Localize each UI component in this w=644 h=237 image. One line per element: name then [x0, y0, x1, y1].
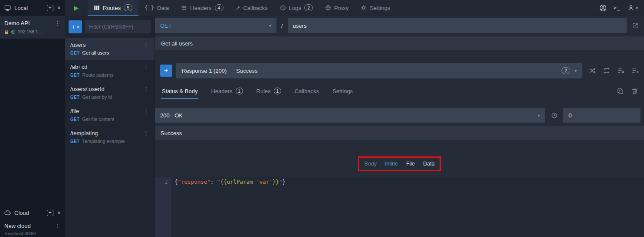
route-menu-icon[interactable]: ⋮	[142, 86, 150, 92]
environment-item-demo-api[interactable]: Demo API ⋮ 192.168.1....	[0, 16, 65, 39]
route-path: /file	[70, 108, 79, 114]
latency-input[interactable]	[563, 108, 641, 123]
collapse-cloud-section-icon[interactable]: ×	[57, 209, 61, 216]
disable-rules-icon[interactable]	[618, 67, 624, 74]
random-response-shuffle-icon[interactable]	[589, 67, 596, 74]
tab-proxy[interactable]: Proxy	[319, 0, 355, 16]
route-menu-icon[interactable]: ⋮	[142, 42, 150, 48]
status-code-select[interactable]: 200 - OK ▾	[155, 108, 545, 123]
route-description: Get user by id	[82, 94, 112, 100]
body-type-body-button[interactable]: Body	[365, 161, 377, 167]
cloud-environment-menu-icon[interactable]: ⋮	[53, 223, 62, 229]
tab-settings-label: Settings	[370, 5, 390, 11]
cloud-icon	[4, 210, 11, 215]
routes-toolbar: +▾	[65, 16, 154, 38]
route-description: Get all users	[82, 50, 109, 55]
line-number: 1	[155, 179, 168, 185]
status-row: 200 - OK ▾	[155, 108, 644, 123]
tab-response-callbacks[interactable]: Callbacks	[294, 83, 320, 99]
route-menu-icon[interactable]: ⋮	[142, 108, 150, 114]
user-avatar-icon[interactable]	[599, 4, 607, 12]
chevron-down-icon: ▾	[77, 25, 79, 29]
local-environments-header: Local + ×	[0, 0, 65, 16]
tab-status-body-label: Status & Body	[162, 88, 197, 94]
account-menu-button[interactable]: ▾	[628, 4, 638, 11]
rules-count-badge: 1	[274, 88, 281, 94]
response-row: + Response 1 (200) Success 2 ▾	[155, 63, 644, 78]
tab-routes[interactable]: Routes 5	[88, 0, 138, 16]
tab-status-body[interactable]: Status & Body	[161, 83, 198, 99]
routes-filter-input[interactable]	[85, 20, 151, 33]
body-type-file-button[interactable]: File	[406, 161, 415, 167]
tab-logs[interactable]: Logs 2	[274, 0, 319, 16]
response-label-input[interactable]	[155, 126, 644, 140]
terminal-icon[interactable]: >_	[614, 5, 621, 11]
route-description: Templating example	[82, 139, 125, 144]
response-label: Response 1 (200)	[182, 68, 227, 74]
add-route-button[interactable]: +▾	[69, 20, 82, 33]
monitor-icon	[4, 5, 11, 11]
add-cloud-environment-button[interactable]: +	[47, 210, 53, 216]
routes-panel: +▾ /users ⋮ GET Get all users /ab+cd ⋮	[65, 16, 155, 237]
code-token: :	[210, 179, 217, 185]
tab-settings[interactable]: Settings	[355, 0, 396, 16]
fallback-response-icon[interactable]	[632, 67, 639, 74]
environment-name: Demo API	[4, 20, 30, 26]
method-select[interactable]: GET ▾	[155, 18, 276, 33]
route-description-bar[interactable]: Get all users	[155, 36, 644, 50]
tab-data[interactable]: { } Data	[138, 0, 175, 16]
tab-callbacks-label: Callbacks	[243, 5, 267, 11]
body-code-editor[interactable]: 1 {"response": "{{urlParam 'var'}}"}	[155, 177, 644, 237]
editor-code-line[interactable]: {"response": "{{urlParam 'var'}}"}	[171, 177, 644, 237]
tab-headers[interactable]: Headers 4	[175, 0, 229, 16]
tab-logs-label: Logs	[289, 5, 301, 11]
open-route-in-browser-button[interactable]	[627, 18, 644, 33]
route-item-users-userid[interactable]: /users/:userId ⋮ GET Get user by id	[65, 82, 154, 104]
chevron-down-icon: ▾	[538, 113, 540, 118]
red-annotation-box: Body Inline File Data	[358, 156, 441, 171]
tab-callbacks[interactable]: ↗ Callbacks	[230, 0, 274, 16]
tab-rules[interactable]: Rules 1	[256, 83, 282, 99]
account-icon	[628, 4, 634, 11]
route-item-templating[interactable]: /templating ⋮ GET Templating example	[65, 126, 154, 148]
cloud-environment-item[interactable]: New cloud ⋮ localhost:3005/	[0, 220, 65, 237]
route-editor: GET ▾ / Get all users + Response 1 (200)…	[155, 16, 644, 237]
route-path-input[interactable]	[288, 18, 627, 33]
body-type-inline-button[interactable]: Inline	[385, 161, 398, 167]
route-item-users[interactable]: /users ⋮ GET Get all users	[65, 38, 154, 60]
route-menu-icon[interactable]: ⋮	[142, 64, 150, 70]
start-server-button[interactable]: ▶	[65, 0, 88, 16]
topbar: Local + × ▶ Routes 5 { } Data	[0, 0, 644, 16]
code-token: }}"	[273, 179, 283, 185]
delete-response-trash-icon[interactable]	[631, 88, 638, 94]
arrow-up-right-icon: ↗	[236, 5, 240, 11]
environment-menu-icon[interactable]: ⋮	[53, 20, 62, 26]
routes-count-badge: 5	[124, 4, 132, 11]
response-select[interactable]: Response 1 (200) Success 2 ▾	[176, 63, 582, 78]
topbar-right-actions: >_ ▾	[599, 0, 644, 16]
body-type-data-button[interactable]: Data	[423, 161, 434, 167]
environments-sidebar: Demo API ⋮ 192.168.1....	[0, 16, 65, 237]
route-description: Get file content	[82, 117, 114, 122]
editor-gutter: 1	[155, 177, 171, 237]
add-response-button[interactable]: +	[160, 65, 172, 77]
braces-icon: { }	[145, 5, 154, 11]
duplicate-response-icon[interactable]	[617, 88, 624, 94]
collapse-local-section-icon[interactable]: ×	[57, 4, 61, 11]
globe-icon	[325, 5, 331, 11]
code-token: }	[282, 179, 286, 185]
tab-response-headers[interactable]: Headers 1	[210, 83, 243, 99]
add-local-environment-button[interactable]: +	[47, 5, 53, 11]
cloud-label: Cloud	[14, 210, 29, 216]
response-sublabel: Success	[236, 68, 257, 74]
status-code-value: 200 - OK	[160, 112, 183, 119]
routes-grid-icon	[94, 5, 100, 11]
app-body: Demo API ⋮ 192.168.1....	[0, 16, 644, 237]
tab-response-settings[interactable]: Settings	[332, 83, 354, 99]
route-menu-icon[interactable]: ⋮	[142, 130, 150, 136]
sequential-response-repeat-icon[interactable]	[603, 67, 610, 74]
code-token: {	[174, 179, 178, 185]
route-item-abcd[interactable]: /ab+cd ⋮ GET Route patterns	[65, 60, 154, 82]
cloud-section-header: Cloud + ×	[0, 206, 65, 220]
route-item-file[interactable]: /file ⋮ GET Get file content	[65, 104, 154, 126]
